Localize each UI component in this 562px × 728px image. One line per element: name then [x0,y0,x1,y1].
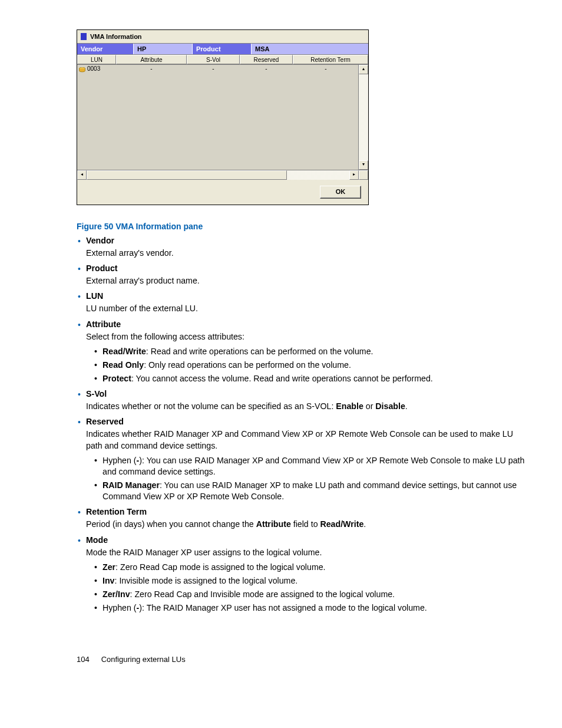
cell-reserved: - [240,65,293,73]
cell-lun: 0003 [77,65,116,73]
text: Period (in days) when you cannot change … [86,519,256,529]
desc-svol: Indicates whether or not the volume can … [86,401,525,412]
vertical-scrollbar[interactable]: ▴ ▾ [358,65,368,170]
term-attribute: Attribute [86,319,525,329]
term-zer: Zer [103,562,115,572]
term-product: Product [86,263,525,273]
list-item: Zer/Inv: Zero Read Cap and Invisible mod… [103,589,525,600]
col-lun[interactable]: LUN [77,55,116,64]
list-item: Hyphen (-): You can use RAID Manager XP … [103,455,525,477]
col-retention[interactable]: Retention Term [293,55,368,64]
desc-zer: : Zero Read Cap mode is assigned to the … [115,562,325,572]
cell-retention: - [293,65,368,73]
list-item: Inv: Invisible mode is assigned to the l… [103,575,525,587]
scrollbar-corner [359,170,368,180]
term-reserved: Reserved [86,417,525,426]
list-item: Mode Mode the RAID Manager XP user assig… [86,535,525,614]
sublist-reserved: Hyphen (-): You can use RAID Manager XP … [86,455,525,503]
term-lun: LUN [86,291,525,301]
page-footer: 104 Configuring external LUs [77,655,525,664]
col-attribute[interactable]: Attribute [116,55,187,64]
text: ): The RAID Manager XP user has not assi… [139,603,427,612]
text: field to [291,519,320,529]
list-item: Read Only: Only read operations can be p… [103,360,525,371]
term-retention: Retention Term [86,507,525,516]
scroll-right-button[interactable]: ▸ [349,170,359,180]
text-bold: Enable [336,401,363,411]
desc-zerinv: : Zero Read Cap and Invisible mode are a… [130,589,395,599]
list-item: Retention Term Period (in days) when you… [86,507,525,530]
definition-list: Vendor External array's vendor. Product … [77,236,525,614]
text: or [363,401,376,411]
pane-title-block-icon [81,33,87,40]
table-body: 0003 - - - - ▴ ▾ [77,64,368,170]
col-svol[interactable]: S-Vol [187,55,240,64]
text: Hyphen ( [103,603,137,612]
ok-button[interactable]: OK [320,186,361,199]
desc-raidmanager: : You can use RAID Manager XP to make LU… [103,480,517,501]
term-inv: Inv [103,576,115,585]
desc-lun: LU number of the external LU. [86,303,525,314]
pane-title-bar: VMA Information [77,30,368,43]
desc-inv: : Invisible mode is assigned to the logi… [115,576,298,585]
term-zerinv: Zer/Inv [103,589,130,599]
text-bold: Read/Write [320,519,363,529]
scroll-up-button[interactable]: ▴ [359,65,368,74]
footer-title: Configuring external LUs [101,655,186,664]
list-item: Attribute Select from the following acce… [86,319,525,385]
term-protect: Protect [103,374,131,383]
cell-attribute: - [116,65,187,73]
cell-lun-text: 0003 [87,65,100,73]
cell-svol: - [187,65,240,73]
text-bold: Attribute [256,519,291,529]
list-item: LUN LU number of the external LU. [86,291,525,314]
horizontal-scrollbar[interactable]: ◂ ▸ [77,170,368,180]
list-item: RAID Manager: You can use RAID Manager X… [103,480,525,502]
term-mode: Mode [86,535,525,545]
table-row[interactable]: 0003 - - - - [77,65,368,73]
figure-caption: Figure 50 VMA Information pane [77,222,525,231]
list-item: Reserved Indicates whether RAID Manager … [86,417,525,502]
text: . [405,401,408,411]
sublist-attribute: Read/Write: Read and write operations ca… [86,346,525,385]
text-bold: Disable [375,401,405,411]
list-item: Product External array's product name. [86,263,525,286]
product-label: Product [193,44,252,54]
term-readwrite: Read/Write [103,347,146,356]
desc-vendor: External array's vendor. [86,248,525,259]
desc-product: External array's product name. [86,275,525,286]
list-item: Zer: Zero Read Cap mode is assigned to t… [103,562,525,573]
list-item: S-Vol Indicates whether or not the volum… [86,389,525,412]
text: ): You can use RAID Manager XP and Comma… [103,456,524,476]
pane-title: VMA Information [90,33,142,40]
desc-readonly: : Only read operations can be performed … [144,360,351,370]
col-reserved[interactable]: Reserved [240,55,293,64]
sublist-mode: Zer: Zero Read Cap mode is assigned to t… [86,562,525,614]
text: Hyphen ( [103,456,137,465]
vma-information-pane: VMA Information Vendor HP Product MSA LU… [77,29,369,205]
desc-mode: Mode the RAID Manager XP user assigns to… [86,547,525,558]
list-item: Vendor External array's vendor. [86,236,525,259]
desc-protect: : You cannot access the volume. Read and… [131,374,433,383]
term-readonly: Read Only [103,360,144,370]
vendor-label: Vendor [77,44,134,54]
vendor-value: HP [134,44,193,54]
term-raidmanager: RAID Manager [103,480,160,490]
desc-attribute: Select from the following access attribu… [86,331,525,342]
scroll-down-button[interactable]: ▾ [359,160,368,170]
scroll-left-button[interactable]: ◂ [77,170,87,180]
text: . [363,519,366,529]
desc-reserved: Indicates whether RAID Manager XP and Co… [86,429,525,451]
desc-readwrite: : Read and write operations can be perfo… [146,347,373,356]
list-item: Read/Write: Read and write operations ca… [103,346,525,357]
text: Indicates whether or not the volume can … [86,401,336,411]
term-svol: S-Vol [86,389,525,398]
page-number: 104 [77,655,99,664]
product-value: MSA [252,44,368,54]
list-item: Protect: You cannot access the volume. R… [103,373,525,384]
disk-icon [79,67,85,72]
vma-table: LUN Attribute S-Vol Reserved Retention T… [77,55,368,180]
term-vendor: Vendor [86,236,525,245]
pane-header-row: Vendor HP Product MSA [77,43,368,55]
scroll-thumb[interactable] [87,170,287,180]
